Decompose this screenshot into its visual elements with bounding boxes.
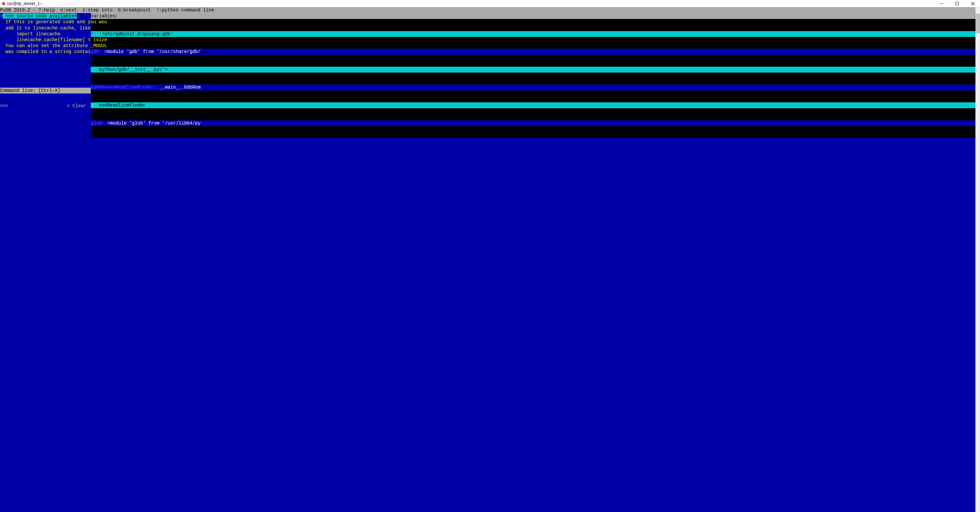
var-value: python/gdb/__init__.pyc'> xyxy=(91,67,167,72)
cmdline-clear-button[interactable]: < Clear > xyxy=(67,103,94,108)
window-title: cyc@dp_docker_1:~ xyxy=(7,1,43,6)
cmdline-header: Command line: [Ctrl-X] xyxy=(0,88,91,94)
var-name: GdbRemoveReadlineFinder: xyxy=(91,85,157,90)
pudb-menubar: PuDB 2019.2 - ?:help n:next s:step into … xyxy=(0,7,980,13)
source-line: linecache.cache[filename] = (size xyxy=(0,37,91,43)
bottom-area xyxy=(0,138,975,512)
var-value: <module 'glob' from '/usr/lib64/py xyxy=(105,121,200,126)
source-line: was compiled to a string containing t xyxy=(0,49,91,54)
variables-list[interactable]: f: '/etc/gdbinit.d/golang.gdb' gdb: <mod… xyxy=(91,19,980,156)
var-name: glob: xyxy=(91,121,105,126)
close-button[interactable] xyxy=(970,0,976,7)
var-name: gdb: xyxy=(91,49,102,54)
cmdline-area[interactable]: >>>< Clear > xyxy=(0,94,91,109)
source-line: You can also set the attribute _MODUL xyxy=(0,43,91,49)
minimize-button[interactable] xyxy=(938,0,945,7)
scrollbar[interactable] xyxy=(975,7,980,512)
scrollbar-thumb[interactable] xyxy=(975,14,980,33)
source-line: If this is generated code and you wou xyxy=(0,19,91,25)
maximize-button[interactable] xyxy=(954,0,960,7)
var-value: oveReadlineFinder xyxy=(91,103,146,108)
source-line: import linecache xyxy=(0,31,91,37)
app-icon xyxy=(1,1,6,6)
titlebar: cyc@dp_docker_1:~ xyxy=(0,0,980,7)
variables-header: Variables: xyxy=(91,13,980,19)
var-value: __main__.GdbRem xyxy=(157,85,200,90)
var-value: <module 'gdb' from '/usr/share/gdb/ xyxy=(102,49,200,54)
current-source-line: <no source code available> xyxy=(3,13,77,19)
source-line: add it to linecache.cache, like xyxy=(0,25,91,31)
var-value: '/etc/gdbinit.d/golang.gdb' xyxy=(96,31,173,37)
var-name: f: xyxy=(91,31,96,37)
svg-rect-3 xyxy=(956,2,959,5)
terminal-area[interactable]: PuDB 2019.2 - ?:help n:next s:step into … xyxy=(0,7,980,512)
cmdline-prompt: >>> xyxy=(0,103,8,108)
